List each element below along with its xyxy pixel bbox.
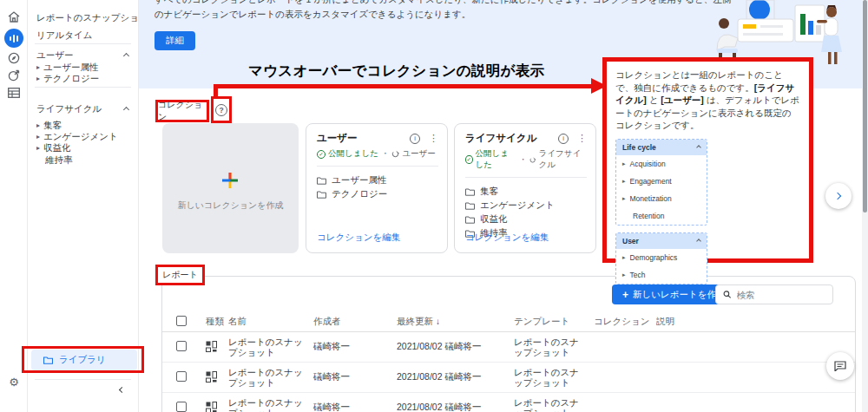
cell-updated: 2021/08/02 礒崎将一 xyxy=(397,402,514,412)
tooltip-group-header: Life cycle xyxy=(616,140,707,155)
tooltip-text-part: と xyxy=(647,95,661,105)
tooltip-group-header: User xyxy=(616,233,707,249)
published-check-icon: ✓ xyxy=(465,155,473,164)
sidebar-section-lifecycle[interactable]: ライフサイクル xyxy=(28,103,139,115)
divider xyxy=(35,43,131,44)
create-collection-card[interactable]: 新しいコレクションを作成 xyxy=(162,123,299,253)
arrow-right-icon: ▸ xyxy=(622,254,626,260)
topic-label: 収益化 xyxy=(480,213,508,226)
sidebar-item-realtime[interactable]: リアルタイム xyxy=(28,29,139,42)
col-header-type[interactable]: 種類 xyxy=(206,316,228,328)
published-check-icon: ✓ xyxy=(317,150,326,159)
col-header-updated[interactable]: 最終更新↓ xyxy=(397,316,514,328)
tooltip-nav-group-lifecycle: Life cycle ▸Acquisition ▸Engagement ▸Mon… xyxy=(615,139,707,226)
report-type-icon xyxy=(206,371,217,383)
nav-item-label: Retention xyxy=(633,212,664,220)
banner-text-line1: すべてのコレクションとレポートを 1 か所にまとめてカスタマイズしたり、新たに作… xyxy=(155,0,745,6)
collection-topic: ユーザー属性 xyxy=(317,173,437,187)
arrow-right-icon: ▸ xyxy=(622,178,626,184)
sync-icon xyxy=(391,150,399,158)
tooltip-bold-user: [ユーザー] xyxy=(661,95,704,105)
topic-label: エンゲージメント xyxy=(480,199,555,212)
col-header-name[interactable]: 名前 xyxy=(228,316,313,328)
group-title: User xyxy=(622,237,639,245)
edit-collection-link[interactable]: コレクションを編集 xyxy=(465,232,549,244)
row-checkbox[interactable] xyxy=(176,402,187,412)
chevron-up-icon xyxy=(123,106,129,112)
details-button[interactable]: 詳細 xyxy=(155,31,195,50)
scrollbar-thumb[interactable] xyxy=(863,0,867,213)
sidebar-item-acquisition[interactable]: ▸集客 xyxy=(28,120,139,132)
more-menu-icon[interactable]: ⋮ xyxy=(429,133,438,144)
tooltip-nav-item: ▸Engagement xyxy=(616,173,707,190)
table-row[interactable]: レポートのスナップショット 礒崎将一 2021/08/02 礒崎将一 レポートの… xyxy=(162,393,855,412)
table-row[interactable]: レポートのスナップショット 礒崎将一 2021/08/02 礒崎将一 レポートの… xyxy=(162,332,855,363)
sidebar-item-retention[interactable]: 維持率 xyxy=(28,154,139,167)
topic-label: ユーザー属性 xyxy=(332,174,387,186)
chevron-up-icon xyxy=(123,52,129,58)
reports-icon[interactable] xyxy=(4,29,23,48)
tooltip-nav-item: ▸Monetization xyxy=(616,190,707,207)
reports-label-red-box: レポート xyxy=(155,265,205,285)
col-header-description[interactable]: 説明 xyxy=(656,316,855,328)
sidebar-item-user-attributes[interactable]: ▸ユーザー属性 xyxy=(28,62,139,74)
cell-template: レポートのスナップショット xyxy=(514,337,594,358)
item-label: エンゲージメント xyxy=(43,131,118,143)
annotation-mouseover-text: マウスオーバーでコレクションの説明が表示 xyxy=(248,62,544,81)
arrow-right-icon: ▸ xyxy=(36,122,40,129)
tooltip-nav-item: ▸Acquisition xyxy=(616,155,707,173)
vertical-scrollbar[interactable] xyxy=(862,0,868,412)
more-menu-icon[interactable]: ⋮ xyxy=(577,133,587,144)
nav-item-label: Engagement xyxy=(630,177,672,186)
search-input[interactable] xyxy=(737,290,825,300)
explore-icon[interactable] xyxy=(0,52,28,68)
info-icon[interactable]: i xyxy=(558,134,569,144)
bar-chart-bar xyxy=(13,35,16,43)
collapse-sidebar-button[interactable] xyxy=(115,383,128,396)
col-header-template[interactable]: テンプレート xyxy=(514,316,594,328)
advertising-icon[interactable] xyxy=(0,69,28,85)
banner-text-line2: のナビゲーションでレポートの表示をカスタマイズできるようになります。 xyxy=(155,7,745,21)
arrow-right-icon: ▸ xyxy=(36,134,40,141)
info-glyph: i xyxy=(414,134,416,142)
sync-icon xyxy=(529,156,536,164)
google-plus-icon xyxy=(221,172,239,189)
cell-name: レポートのスナップショット xyxy=(228,337,313,358)
published-status: 公開しました xyxy=(476,148,516,171)
admin-gear-icon[interactable]: ⚙ xyxy=(0,374,28,389)
reports-table-card: + 新しいレポートを作成 種類 名前 作成者 最終更新↓ テンプレート コレクシ… xyxy=(161,276,856,412)
info-icon[interactable]: i xyxy=(410,134,420,144)
annotation-arrow-line xyxy=(214,84,592,88)
help-icon[interactable]: ? xyxy=(215,104,227,116)
configure-icon[interactable] xyxy=(0,88,28,103)
arrow-right-icon: ▸ xyxy=(36,145,40,152)
collection-card-user: ユーザー i ⋮ ✓ 公開しました ・ ユーザー ユーザー属性 テクノロジー コ… xyxy=(306,123,448,253)
collection-topic: 収益化 xyxy=(465,213,585,226)
arrow-right-icon: ▸ xyxy=(622,271,626,278)
tooltip-nav-item: ▸Tech xyxy=(616,266,707,284)
table-row[interactable]: レポートのスナップショット 礒崎将一 2021/08/02 礒崎将一 レポートの… xyxy=(162,363,855,393)
edit-collection-link[interactable]: コレクションを編集 xyxy=(317,232,400,244)
annotation-arrow-stem xyxy=(214,84,218,98)
status-target: ライフサイクル xyxy=(539,148,587,171)
sidebar-item-engagement[interactable]: ▸エンゲージメント xyxy=(28,131,139,143)
select-all-checkbox[interactable] xyxy=(176,316,187,326)
sidebar-section-user[interactable]: ユーザー xyxy=(28,49,139,62)
gear-glyph: ⚙ xyxy=(9,376,19,389)
item-label: 集客 xyxy=(43,120,62,132)
search-box xyxy=(715,284,833,304)
row-checkbox[interactable] xyxy=(176,341,187,351)
folder-icon xyxy=(465,202,475,210)
feedback-button[interactable] xyxy=(826,352,854,380)
row-checkbox[interactable] xyxy=(176,371,187,382)
sidebar-item-snapshot[interactable]: レポートのスナップショット xyxy=(28,12,139,24)
sidebar-item-monetization[interactable]: ▸収益化 xyxy=(28,142,139,154)
home-icon[interactable] xyxy=(0,11,28,27)
next-cards-button[interactable] xyxy=(825,183,852,209)
col-header-creator[interactable]: 作成者 xyxy=(313,316,397,328)
nav-item-label: Tech xyxy=(630,271,646,279)
cell-updated: 2021/08/02 礒崎将一 xyxy=(397,341,514,353)
col-header-collection[interactable]: コレクション xyxy=(594,316,656,328)
sidebar-item-tech[interactable]: ▸テクノロジー xyxy=(28,73,139,85)
nav-item-label: Monetization xyxy=(630,194,672,203)
